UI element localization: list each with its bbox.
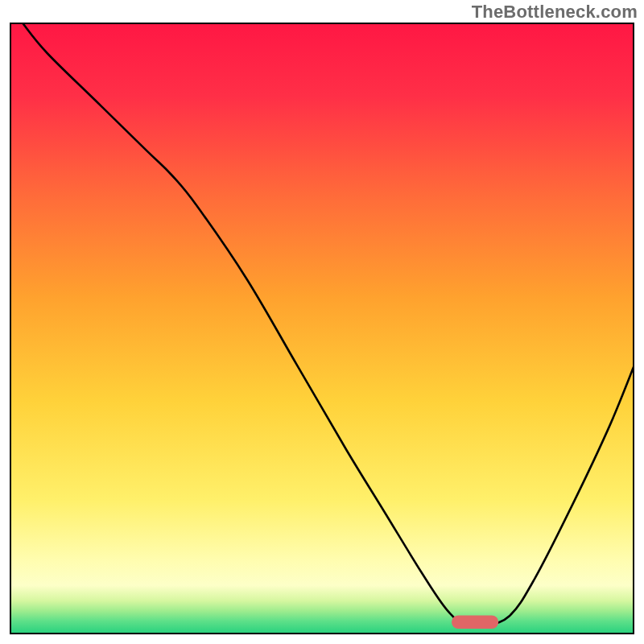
chart-container: TheBottleneck.com (0, 0, 644, 644)
plot-area (10, 23, 634, 634)
plot-border (10, 23, 634, 634)
watermark-text: TheBottleneck.com (472, 2, 638, 23)
